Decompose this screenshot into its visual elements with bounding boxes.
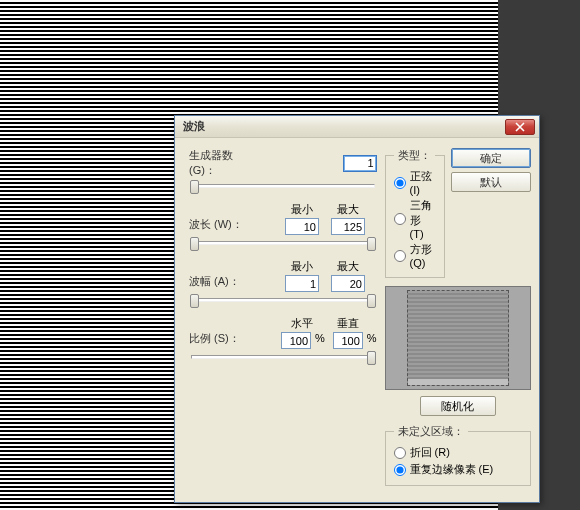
scale-v-label: 垂直 (331, 316, 365, 331)
close-icon (515, 122, 525, 132)
amplitude-label: 波幅 (A)： (189, 274, 261, 289)
wavelength-max-label: 最大 (331, 202, 365, 217)
scale-label: 比例 (S)： (189, 331, 261, 346)
type-triangle-radio[interactable]: 三角形 (T) (394, 198, 436, 240)
preview-thumbnail (407, 290, 509, 386)
wavelength-max-input[interactable] (331, 218, 365, 235)
undef-repeat-radio[interactable]: 重复边缘像素 (E) (394, 462, 522, 477)
dialog-title: 波浪 (183, 119, 505, 134)
slider-thumb[interactable] (190, 180, 199, 194)
slider-thumb[interactable] (190, 237, 199, 251)
generators-slider[interactable] (191, 184, 375, 188)
generators-label: 生成器数 (G)： (189, 148, 261, 178)
titlebar[interactable]: 波浪 (175, 116, 539, 138)
generators-input[interactable] (343, 155, 377, 172)
right-panel: 类型： 正弦 (I) 三角形 (T) 方形 (Q) 确定 默认 随机化 未定义区… (385, 148, 531, 490)
scale-slider[interactable] (191, 355, 375, 359)
undefined-area-legend: 未定义区域： (394, 424, 468, 439)
wave-dialog: 波浪 生成器数 (G)： 最小 最大 波长 (W)： (174, 115, 540, 503)
wavelength-label: 波长 (W)： (189, 217, 261, 232)
slider-thumb[interactable] (367, 237, 376, 251)
amplitude-min-label: 最小 (285, 259, 319, 274)
type-square-radio[interactable]: 方形 (Q) (394, 242, 436, 269)
amplitude-max-label: 最大 (331, 259, 365, 274)
scale-h-input[interactable] (281, 332, 311, 349)
ok-button[interactable]: 确定 (451, 148, 531, 168)
preview-area (385, 286, 531, 390)
wavelength-min-input[interactable] (285, 218, 319, 235)
default-button[interactable]: 默认 (451, 172, 531, 192)
slider-thumb[interactable] (367, 294, 376, 308)
undef-wrap-radio[interactable]: 折回 (R) (394, 445, 522, 460)
pct-label: % (315, 332, 325, 349)
pct-label: % (367, 332, 377, 349)
undefined-area-fieldset: 未定义区域： 折回 (R) 重复边缘像素 (E) (385, 424, 531, 486)
wavelength-slider[interactable] (191, 241, 375, 245)
close-button[interactable] (505, 119, 535, 135)
amplitude-max-input[interactable] (331, 275, 365, 292)
amplitude-min-input[interactable] (285, 275, 319, 292)
type-legend: 类型： (394, 148, 435, 163)
type-sine-radio[interactable]: 正弦 (I) (394, 169, 436, 196)
wavelength-min-label: 最小 (285, 202, 319, 217)
slider-thumb[interactable] (367, 351, 376, 365)
randomize-button[interactable]: 随机化 (420, 396, 496, 416)
scale-v-input[interactable] (333, 332, 363, 349)
scale-h-label: 水平 (285, 316, 319, 331)
amplitude-slider[interactable] (191, 298, 375, 302)
controls-panel: 生成器数 (G)： 最小 最大 波长 (W)： (189, 148, 377, 490)
type-fieldset: 类型： 正弦 (I) 三角形 (T) 方形 (Q) (385, 148, 445, 278)
slider-thumb[interactable] (190, 294, 199, 308)
